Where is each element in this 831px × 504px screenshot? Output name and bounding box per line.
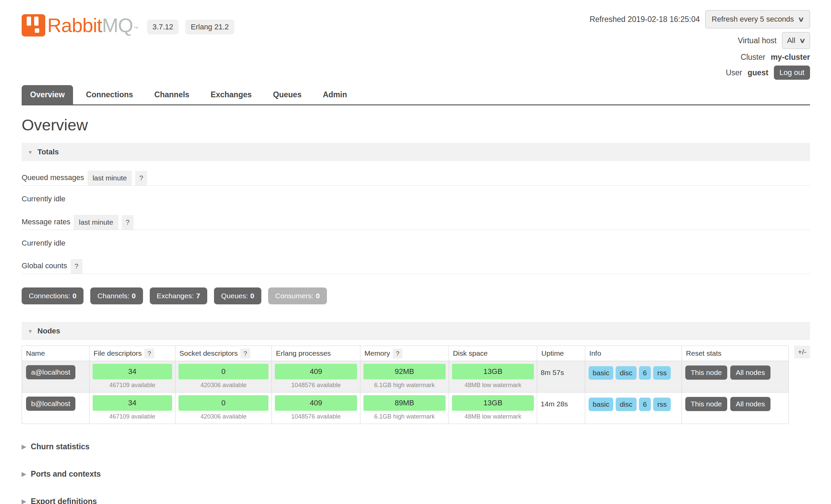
info-badge-basic[interactable]: basic xyxy=(589,398,613,411)
queues-count-label: Queues: xyxy=(221,292,248,300)
consumers-count-button[interactable]: Consumers:0 xyxy=(268,287,327,304)
message-rates-row: Message rates last minute ? xyxy=(22,215,810,230)
expand-icon: ▶ xyxy=(22,498,26,504)
info-badge-rss[interactable]: rss xyxy=(653,398,671,411)
vhost-label: Virtual host xyxy=(738,36,777,45)
col-uptime: Uptime xyxy=(537,346,585,361)
logout-button[interactable]: Log out xyxy=(774,66,810,80)
info-badge-stats[interactable]: 6 xyxy=(639,366,651,380)
help-icon[interactable]: ? xyxy=(393,349,403,358)
refreshed-timestamp: Refreshed 2019-02-18 16:25:04 xyxy=(590,15,700,24)
fd-metric: 34 xyxy=(93,364,172,379)
proc-metric: 409 xyxy=(275,364,357,379)
connections-count-label: Connections: xyxy=(29,292,70,300)
fd-metric: 34 xyxy=(93,395,172,411)
help-icon[interactable]: ? xyxy=(122,215,134,230)
info-badge-basic[interactable]: basic xyxy=(589,366,613,380)
tab-admin[interactable]: Admin xyxy=(314,85,356,104)
queued-messages-status: Currently idle xyxy=(22,195,810,203)
info-badge-rss[interactable]: rss xyxy=(653,366,671,380)
help-icon[interactable]: ? xyxy=(135,171,147,185)
status-controls: Refreshed 2019-02-18 16:25:04 Refresh ev… xyxy=(590,10,810,80)
queues-count-value: 0 xyxy=(250,292,254,300)
wordmark-rabbit: Rabbit xyxy=(47,14,102,36)
tab-queues[interactable]: Queues xyxy=(265,85,310,104)
trademark-symbol: ™ xyxy=(134,25,138,31)
channels-count-value: 0 xyxy=(132,292,136,300)
node-reset-cell: This nodeAll nodes xyxy=(682,393,789,424)
reset-this-node-button[interactable]: This node xyxy=(685,397,727,411)
tab-channels[interactable]: Channels xyxy=(146,85,198,104)
node-name-badge[interactable]: b@localhost xyxy=(26,397,75,411)
expand-icon: ▶ xyxy=(22,443,26,450)
help-icon[interactable]: ? xyxy=(144,349,154,358)
main-nav: Overview Connections Channels Exchanges … xyxy=(22,85,810,105)
nodes-header-row: Name File descriptors? Socket descriptor… xyxy=(22,346,789,361)
section-export-definitions[interactable]: ▶ Export definitions xyxy=(22,497,810,504)
cluster-label: Cluster xyxy=(741,53,765,62)
disk-watermark: 48MB low watermark xyxy=(452,379,534,390)
reset-this-node-button[interactable]: This node xyxy=(685,366,727,380)
version-badges: 3.7.12 Erlang 21.2 xyxy=(147,20,234,36)
totals-section-header[interactable]: ▼ Totals xyxy=(22,143,810,161)
nodes-section-title: Nodes xyxy=(38,327,60,335)
queues-count-button[interactable]: Queues:0 xyxy=(214,287,261,304)
rates-last-minute-tab[interactable]: last minute xyxy=(74,215,118,230)
col-reset-stats: Reset stats xyxy=(682,346,789,361)
node-name-badge[interactable]: a@localhost xyxy=(26,365,75,379)
collapse-icon: ▼ xyxy=(28,328,33,334)
exchanges-count-button[interactable]: Exchanges:7 xyxy=(150,287,207,304)
churn-statistics-label: Churn statistics xyxy=(31,442,90,451)
tab-connections[interactable]: Connections xyxy=(77,85,141,104)
help-icon[interactable]: ? xyxy=(240,349,250,358)
fd-available: 467109 available xyxy=(93,411,172,422)
help-icon[interactable]: ? xyxy=(71,259,82,274)
reset-all-nodes-button[interactable]: All nodes xyxy=(730,397,770,411)
col-disk-space: Disk space xyxy=(449,346,537,361)
tab-exchanges[interactable]: Exchanges xyxy=(202,85,260,104)
chevron-down-icon: ∨ xyxy=(798,17,805,21)
channels-count-button[interactable]: Channels:0 xyxy=(90,287,143,304)
node-info-cell: basicdisc6rss xyxy=(585,393,682,424)
global-counts-buttons: Connections:0 Channels:0 Exchanges:7 Que… xyxy=(22,287,810,304)
node-row-a: a@localhost 34467109 available 0420306 a… xyxy=(22,361,789,393)
vhost-select[interactable]: All ∨ xyxy=(782,32,810,49)
top-header: RabbitMQ™ 3.7.12 Erlang 21.2 Refreshed 2… xyxy=(22,10,810,80)
sd-metric: 0 xyxy=(179,364,269,379)
col-memory: Memory? xyxy=(360,346,449,361)
refresh-interval-value: Refresh every 5 seconds xyxy=(712,15,794,24)
info-badge-disc[interactable]: disc xyxy=(616,366,636,380)
rabbitmq-logo[interactable]: RabbitMQ™ xyxy=(22,14,138,36)
queued-last-minute-tab[interactable]: last minute xyxy=(88,171,132,185)
info-badge-disc[interactable]: disc xyxy=(616,398,636,411)
sd-available: 420306 available xyxy=(179,411,269,422)
info-badge-stats[interactable]: 6 xyxy=(639,398,651,411)
disk-metric: 13GB xyxy=(452,364,534,379)
rabbitmq-wordmark: RabbitMQ™ xyxy=(47,16,138,35)
consumers-count-label: Consumers: xyxy=(275,292,313,300)
col-info: Info xyxy=(585,346,682,361)
col-file-descriptors: File descriptors? xyxy=(89,346,175,361)
proc-metric: 409 xyxy=(275,395,357,411)
reset-all-nodes-button[interactable]: All nodes xyxy=(730,366,770,380)
disk-metric: 13GB xyxy=(452,395,534,411)
chevron-down-icon: ∨ xyxy=(799,39,806,43)
proc-available: 1048576 available xyxy=(275,411,357,422)
collapse-icon: ▼ xyxy=(28,149,33,155)
user-row: User guest Log out xyxy=(726,66,810,80)
cluster-name: my-cluster xyxy=(771,53,810,62)
refresh-interval-select[interactable]: Refresh every 5 seconds ∨ xyxy=(705,10,810,28)
consumers-count-value: 0 xyxy=(316,292,320,300)
nodes-section-header[interactable]: ▼ Nodes xyxy=(22,322,810,340)
section-churn-statistics[interactable]: ▶ Churn statistics xyxy=(22,442,810,451)
ports-and-contexts-label: Ports and contexts xyxy=(31,470,101,479)
tab-overview[interactable]: Overview xyxy=(22,85,73,104)
col-name: Name xyxy=(22,346,90,361)
column-toggle-button[interactable]: +/- xyxy=(794,346,810,358)
node-reset-cell: This nodeAll nodes xyxy=(682,361,789,393)
section-ports-and-contexts[interactable]: ▶ Ports and contexts xyxy=(22,470,810,479)
sd-metric: 0 xyxy=(179,395,269,411)
connections-count-button[interactable]: Connections:0 xyxy=(22,287,84,304)
channels-count-label: Channels: xyxy=(97,292,129,300)
node-uptime: 14m 28s xyxy=(537,393,585,424)
